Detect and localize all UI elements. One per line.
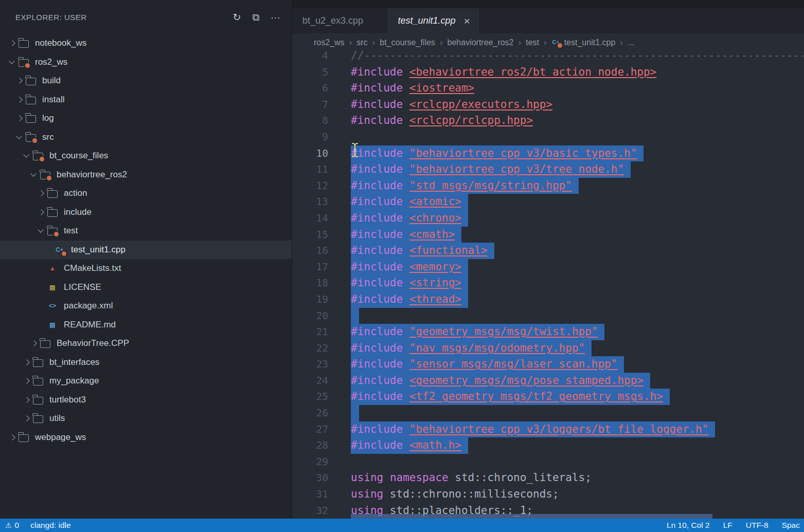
tree-folder-turtlebot3[interactable]: turtlebot3 — [0, 391, 292, 410]
breadcrumb-item[interactable]: C+test_unit1.cpp — [551, 38, 616, 47]
breadcrumb-item[interactable]: bt_course_files — [380, 38, 435, 47]
collapse-folders-icon[interactable]: ⧉ — [252, 12, 259, 22]
code-line-text: #include <chrono> — [351, 210, 468, 227]
chevron-right-icon — [13, 75, 25, 86]
tree-folder-src[interactable]: src — [0, 128, 292, 147]
tree-folder-action[interactable]: action — [0, 184, 292, 203]
more-actions-icon[interactable]: ··· — [271, 12, 280, 22]
chevron-right-icon: › — [349, 38, 352, 48]
code-line-19[interactable]: 19#include <thread> — [292, 291, 804, 308]
tree-file-README.md[interactable]: ▤README.md — [0, 316, 292, 335]
folder-icon — [47, 209, 58, 217]
tree-folder-notebook_ws[interactable]: notebook_ws — [0, 34, 292, 53]
code-line-10[interactable]: 10#include "behaviortree_cpp_v3/basic_ty… — [292, 145, 804, 162]
tree-folder-bt_interfaces[interactable]: bt_interfaces — [0, 353, 292, 372]
code-line-5[interactable]: 5#include <behaviortree_ros2/bt_action_n… — [292, 64, 804, 81]
line-number: 23 — [292, 356, 328, 373]
code-line-7[interactable]: 7#include <rclcpp/executors.hpp> — [292, 97, 804, 113]
tree-folder-my_package[interactable]: my_package — [0, 372, 292, 391]
breadcrumb-item[interactable]: ros2_ws — [314, 38, 345, 47]
tree-item-label: ros2_ws — [35, 57, 67, 67]
tree-folder-BehaviorTree.CPP[interactable]: BehaviorTree.CPP — [0, 334, 292, 353]
code-line-24[interactable]: 24#include <geometry_msgs/msg/pose_stamp… — [292, 373, 804, 389]
code-line-28[interactable]: 28#include <math.h> — [292, 437, 804, 454]
eol-indicator[interactable]: LF — [723, 521, 732, 530]
close-icon[interactable]: × — [463, 15, 470, 26]
folder-icon — [26, 97, 36, 104]
code-line-text: //--------------------------------------… — [351, 48, 804, 64]
explorer-header: EXPLORER: USER ↻⧉··· — [0, 0, 292, 34]
tree-folder-build[interactable]: build — [0, 71, 292, 90]
tree-item-label: README.md — [64, 320, 116, 330]
code-line-17[interactable]: 17#include <memory> — [292, 259, 804, 276]
tree-folder-log[interactable]: log — [0, 109, 292, 128]
tree-item-label: webpage_ws — [35, 432, 86, 443]
code-line-27[interactable]: 27#include "behaviortree_cpp_v3/loggers/… — [292, 421, 804, 438]
code-line-18[interactable]: 18#include <string> — [292, 275, 804, 291]
code-line-8[interactable]: 8#include <rclcpp/rclcpp.hpp> — [292, 113, 804, 129]
code-line-22[interactable]: 22#include "nav_msgs/msg/odometry.hpp" — [292, 340, 804, 357]
code-line-25[interactable]: 25#include <tf2_geometry_msgs/tf2_geomet… — [292, 389, 804, 405]
chevron-right-icon — [21, 413, 32, 424]
tree-file-LICENSE[interactable]: ▤LICENSE — [0, 278, 292, 297]
code-line-16[interactable]: 16#include <functional> — [292, 243, 804, 259]
code-area[interactable]: 4//-------------------------------------… — [292, 48, 804, 519]
tree-folder-install[interactable]: install — [0, 90, 292, 109]
tab-label: test_unit1.cpp — [398, 15, 455, 26]
tree-folder-utils[interactable]: utils — [0, 409, 292, 428]
refresh-icon[interactable]: ↻ — [233, 12, 241, 22]
code-line-29[interactable]: 29 — [292, 454, 804, 470]
tree-item-label: package.xml — [64, 301, 113, 311]
breadcrumb-item[interactable]: src — [356, 38, 367, 47]
tree-item-label: log — [42, 113, 54, 123]
indentation-indicator[interactable]: Spac — [782, 521, 800, 530]
code-line-text: #include "behaviortree_cpp_v3/loggers/bt… — [351, 421, 715, 438]
encoding-indicator[interactable]: UTF-8 — [746, 521, 769, 530]
breadcrumb-item[interactable]: ... — [628, 38, 634, 47]
line-number: 28 — [292, 437, 328, 454]
code-line-12[interactable]: 12#include "std_msgs/msg/string.hpp" — [292, 178, 804, 194]
folder-icon — [47, 190, 58, 198]
folder-icon — [40, 172, 50, 179]
tab-bt_u2_ex3.cpp[interactable]: bt_u2_ex3.cpp× — [292, 8, 387, 33]
code-line-15[interactable]: 15#include <cmath> — [292, 227, 804, 243]
chevron-down-icon — [6, 57, 17, 68]
tree-folder-ros2_ws[interactable]: ros2_ws — [0, 53, 292, 72]
code-line-30[interactable]: 30using namespace std::chrono_literals; — [292, 470, 804, 486]
tree-item-label: test — [64, 226, 78, 236]
cursor-position[interactable]: Ln 10, Col 2 — [667, 521, 710, 530]
folder-icon — [26, 134, 36, 142]
problems-indicator[interactable]: ⚠ 0 — [5, 521, 19, 530]
code-line-6[interactable]: 6#include <iostream> — [292, 80, 804, 97]
breadcrumb-item[interactable]: behaviortree_ros2 — [448, 38, 514, 47]
tree-folder-behaviortree_ros2[interactable]: behaviortree_ros2 — [0, 166, 292, 185]
tree-item-label: include — [64, 207, 92, 217]
code-line-14[interactable]: 14#include <chrono> — [292, 210, 804, 227]
breadcrumb-item[interactable]: test — [526, 38, 539, 47]
code-line-13[interactable]: 13#include <atomic> — [292, 194, 804, 210]
tree-item-label: CMakeLists.txt — [64, 263, 121, 273]
horizontal-scrollbar[interactable] — [351, 514, 712, 519]
line-number: 7 — [292, 97, 328, 113]
tab-test_unit1.cpp[interactable]: test_unit1.cpp× — [387, 8, 479, 33]
tree-folder-include[interactable]: include — [0, 203, 292, 222]
code-line-11[interactable]: 11#include "behaviortree_cpp_v3/tree_nod… — [292, 161, 804, 178]
tree-file-package.xml[interactable]: <>package.xml — [0, 297, 292, 316]
code-line-20[interactable]: 20 — [292, 308, 804, 324]
folder-icon — [33, 397, 43, 405]
tree-folder-test[interactable]: test — [0, 222, 292, 241]
code-line-23[interactable]: 23#include "sensor_msgs/msg/laser_scan.h… — [292, 356, 804, 373]
code-line-31[interactable]: 31using std::chrono::milliseconds; — [292, 486, 804, 503]
tree-file-CMakeLists.txt[interactable]: ▲CMakeLists.txt — [0, 259, 292, 278]
code-line-text: #include "nav_msgs/msg/odometry.hpp" — [351, 340, 592, 357]
tree-item-label: bt_course_files — [49, 151, 108, 161]
tree-item-label: notebook_ws — [35, 38, 86, 48]
tree-folder-bt_course_files[interactable]: bt_course_files — [0, 146, 292, 166]
code-line-4[interactable]: 4//-------------------------------------… — [292, 48, 804, 64]
clangd-status[interactable]: clangd: idle — [30, 521, 70, 530]
code-line-21[interactable]: 21#include "geometry_msgs/msg/twist.hpp" — [292, 324, 804, 340]
code-line-26[interactable]: 26 — [292, 405, 804, 421]
code-line-9[interactable]: 9 — [292, 129, 804, 145]
tree-folder-webpage_ws[interactable]: webpage_ws — [0, 428, 292, 447]
tree-file-test_unit1.cpp[interactable]: C+test_unit1.cpp — [0, 241, 292, 260]
